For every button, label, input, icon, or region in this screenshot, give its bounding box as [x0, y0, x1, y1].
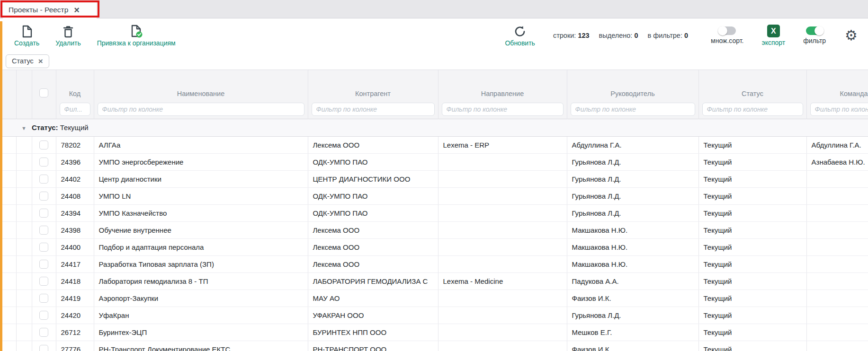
tab-close-icon[interactable]: × [74, 5, 80, 15]
row-checkbox[interactable] [39, 345, 48, 351]
column-header-team[interactable]: Команда [806, 70, 868, 100]
cell-direction [438, 324, 567, 341]
column-header-name[interactable]: Наименование [94, 70, 308, 100]
cell-contragent: ОДК-УМПО ПАО [308, 187, 438, 204]
filter-input-direction[interactable] [442, 103, 564, 116]
group-field-label: Статус: [32, 123, 58, 132]
cell-status: Текущий [698, 307, 806, 324]
row-checkbox[interactable] [39, 277, 48, 286]
tab-projects-registry[interactable]: Проекты - Реестр × [3, 1, 97, 18]
gutter-cell [16, 187, 32, 204]
create-button-label: Создать [14, 39, 39, 47]
filter-toggle[interactable]: фильтр [803, 26, 826, 44]
table-row[interactable]: 24419Аэропорт-ЗакупкиМАУ АОФаизов И.К.Те… [0, 290, 868, 307]
cell-direction [438, 341, 567, 351]
gutter-cell [16, 170, 32, 187]
delete-button[interactable]: Удалить [55, 25, 81, 47]
rows-count-value: 123 [578, 32, 589, 39]
filter-input-manager[interactable] [571, 103, 695, 116]
column-header-status[interactable]: Статус [698, 70, 806, 100]
filter-input-team[interactable] [810, 103, 868, 116]
group-chip-status[interactable]: Статус × [6, 54, 49, 68]
row-checkbox[interactable] [39, 140, 48, 149]
cell-code: 24402 [56, 170, 94, 187]
table-row[interactable]: 27776РН-Транспорт Документирование ЕКТСР… [0, 341, 868, 351]
gutter-cell [0, 238, 16, 255]
filter-empty-cell [16, 100, 32, 119]
collapse-triangle-icon[interactable]: ▼ [16, 125, 32, 131]
cell-team [806, 204, 868, 221]
table-row[interactable]: 24417Разработка Типовая зарплата (ЗП)Лек… [0, 255, 868, 272]
link-organizations-button[interactable]: Привязка к организациям [97, 25, 176, 47]
multi-sort-toggle-switch[interactable] [719, 26, 736, 35]
table-row[interactable]: 24400Подбор и адаптация персоналаЛексема… [0, 238, 868, 255]
column-header-code[interactable]: Код [56, 70, 94, 100]
filter-toggle-label: фильтр [803, 37, 826, 44]
cell-contragent: УФАКРАН ООО [308, 307, 438, 324]
row-checkbox[interactable] [39, 226, 48, 235]
cell-name: УМПО LN [94, 187, 308, 204]
cell-contragent: ЦЕНТР ДИАГНОСТИКИ ООО [308, 170, 438, 187]
column-header-contragent[interactable]: Контрагент [308, 70, 438, 100]
filter-toggle-switch[interactable] [806, 26, 823, 35]
filter-input-code[interactable] [60, 103, 90, 116]
cell-manager: Гурьянова Л.Д. [567, 307, 698, 324]
row-checkbox[interactable] [39, 311, 48, 320]
table-row[interactable]: 24418Лаборатория гемодиализа 8 - ТПЛАБОР… [0, 272, 868, 290]
trash-icon [63, 25, 74, 38]
filter-cell [438, 100, 567, 119]
column-header-manager[interactable]: Руководитель [567, 70, 698, 100]
row-checkbox[interactable] [39, 294, 48, 303]
table-row[interactable]: 24396УМПО энергосбережениеОДК-УМПО ПАОГу… [0, 153, 868, 170]
filter-cell [94, 100, 308, 119]
row-checkbox[interactable] [39, 328, 48, 337]
gutter-cell [0, 290, 16, 307]
row-checkbox[interactable] [39, 192, 48, 201]
cell-team [806, 221, 868, 238]
cell-status: Текущий [698, 290, 806, 307]
group-collapse-cell: ▼ [16, 119, 32, 136]
gutter-cell [16, 341, 32, 351]
filter-input-contragent[interactable] [312, 103, 435, 116]
table-row[interactable]: 78202АЛГАаЛексема ОООLexema - ERPАбдулли… [0, 136, 868, 153]
cell-team [806, 238, 868, 255]
cell-code: 24398 [56, 221, 94, 238]
row-checkbox[interactable] [39, 158, 48, 167]
cell-direction [438, 153, 567, 170]
table-row[interactable]: 24394УМПО КазначействоОДК-УМПО ПАОГурьян… [0, 204, 868, 221]
group-chip-close-icon[interactable]: × [38, 57, 43, 65]
toolbar-right: Обновить строки: 123 выделено: 0 в фильт… [505, 25, 858, 47]
cell-name: Лаборатория гемодиализа 8 - ТП [94, 272, 308, 290]
grid-stats: строки: 123 выделено: 0 в фильтре: 0 [553, 32, 688, 39]
create-button[interactable]: Создать [14, 25, 39, 47]
select-all-checkbox[interactable] [39, 88, 48, 97]
settings-gear-icon[interactable]: ⚙ [845, 28, 858, 43]
row-checkbox[interactable] [39, 243, 48, 252]
table-row[interactable]: 26712Буринтех-ЭЦПБУРИНТЕХ НПП ОООМешков … [0, 324, 868, 341]
checkbox-cell [32, 187, 56, 204]
table-row[interactable]: 24398Обучение внутреннееЛексема ОООМакша… [0, 221, 868, 238]
filter-input-status[interactable] [702, 103, 803, 116]
refresh-button[interactable]: Обновить [505, 25, 535, 47]
cell-team [806, 290, 868, 307]
table-row[interactable]: 24420УфаКранУФАКРАН ОООГурьянова Л.Д.Тек… [0, 307, 868, 324]
gutter-cell [0, 136, 16, 153]
select-all-header [32, 70, 56, 100]
filter-input-name[interactable] [98, 103, 304, 116]
gutter-cell [0, 324, 16, 341]
row-checkbox[interactable] [39, 175, 48, 184]
row-checkbox[interactable] [39, 260, 48, 269]
row-checkbox[interactable] [39, 209, 48, 218]
cell-contragent: БУРИНТЕХ НПП ООО [308, 324, 438, 341]
cell-code: 78202 [56, 136, 94, 153]
group-row-status[interactable]: ▼Статус: Текущий [0, 119, 868, 136]
export-button[interactable]: X экспорт [762, 25, 786, 46]
table-row[interactable]: 24408УМПО LNОДК-УМПО ПАОГурьянова Л.Д.Те… [0, 187, 868, 204]
multi-sort-toggle[interactable]: множ.сорт. [711, 26, 743, 44]
tab-bar: Проекты - Реестр × [0, 0, 868, 18]
table-row[interactable]: 24402Центр диагностикиЦЕНТР ДИАГНОСТИКИ … [0, 170, 868, 187]
column-header-direction[interactable]: Направление [438, 70, 567, 100]
cell-manager: Фаизов И.К. [567, 341, 698, 351]
in-filter-count-label: в фильтре: [648, 32, 682, 39]
app-window: Проекты - Реестр × Создать [0, 0, 868, 351]
